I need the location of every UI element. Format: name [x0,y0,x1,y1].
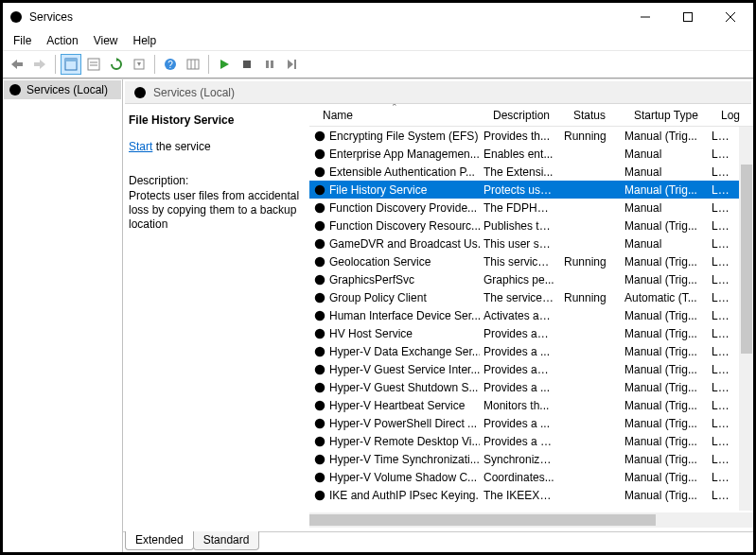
service-row[interactable]: Enterprise App Managemen...Enables ent..… [309,145,753,163]
titlebar: Services [3,3,753,31]
service-description: Provides a ... [480,417,560,430]
service-row[interactable]: GraphicsPerfSvcGraphics pe...Manual (Tri… [309,270,753,288]
gear-icon [313,273,326,286]
service-name: GraphicsPerfSvc [329,273,414,286]
service-startup-type: Manual [621,237,708,251]
export-list-button[interactable] [129,54,149,75]
service-startup-type: Automatic (T... [621,291,708,304]
tab-extended[interactable]: Extended [125,531,194,550]
service-description: Provides a ... [480,345,560,358]
svg-rect-3 [683,13,692,22]
service-log-on-as: Loca [708,363,736,376]
services-list[interactable]: ⌃Name Description Status Startup Type Lo… [309,104,753,531]
service-startup-type: Manual (Trig... [621,130,708,143]
tab-standard[interactable]: Standard [193,531,260,550]
service-name: Enterprise App Managemen... [329,147,480,161]
service-row[interactable]: Hyper-V Volume Shadow C...Coordinates...… [309,468,753,486]
service-description: Coordinates... [480,471,560,484]
back-button[interactable] [7,54,27,75]
svg-marker-17 [137,62,141,66]
service-startup-type: Manual (Trig... [621,363,708,376]
list-header[interactable]: ⌃Name Description Status Startup Type Lo… [309,104,753,127]
service-startup-type: Manual (Trig... [621,183,708,197]
service-name: Hyper-V PowerShell Direct ... [329,417,477,430]
menubar: File Action View Help [3,31,753,50]
close-button[interactable] [709,3,751,31]
selected-service-name: File History Service [129,113,302,127]
service-row[interactable]: GameDVR and Broadcast Us...This user ser… [309,234,753,252]
service-log-on-as: Loca [708,453,736,466]
service-row[interactable]: Hyper-V Guest Shutdown S...Provides a ..… [309,378,753,396]
service-name: Group Policy Client [329,291,427,304]
service-log-on-as: Loca [708,201,736,215]
gear-icon [313,345,326,358]
console-tree[interactable]: Services (Local) [3,79,123,552]
service-row[interactable]: Hyper-V PowerShell Direct ...Provides a … [309,414,753,432]
column-name[interactable]: ⌃Name [309,104,480,126]
help-button[interactable]: ? [160,54,181,75]
service-row[interactable]: Hyper-V Time Synchronizati...Synchronize… [309,450,753,468]
service-row[interactable]: HV Host ServiceProvides an ...Manual (Tr… [309,324,753,342]
horizontal-scrollbar[interactable] [309,512,753,528]
service-startup-type: Manual (Trig... [621,435,708,448]
sort-asc-icon: ⌃ [391,104,398,112]
service-name: File History Service [329,183,427,197]
column-startup-type[interactable]: Startup Type [621,104,708,126]
service-description: Enables ent... [480,147,560,161]
gear-icon [313,130,326,143]
column-description[interactable]: Description [480,104,560,126]
service-description: Monitors th... [480,399,560,412]
maximize-button[interactable] [666,3,709,31]
service-row[interactable]: Hyper-V Guest Service Inter...Provides a… [309,360,753,378]
refresh-button[interactable] [106,54,127,75]
service-row[interactable]: Group Policy ClientThe service i...Runni… [309,288,753,306]
restart-service-button[interactable] [282,54,303,75]
service-row[interactable]: Extensible Authentication P...The Extens… [309,163,753,181]
menu-action[interactable]: Action [39,32,85,49]
service-row[interactable]: Hyper-V Data Exchange Ser...Provides a .… [309,342,753,360]
service-row[interactable]: File History ServiceProtects use...Manua… [309,181,753,199]
stop-service-button[interactable] [237,54,257,75]
service-row[interactable]: Hyper-V Remote Desktop Vi...Provides a p… [309,432,753,450]
column-log-on-as[interactable]: Log [708,104,736,126]
pause-service-button[interactable] [259,54,280,75]
svg-rect-9 [34,62,40,66]
gear-icon [8,82,23,97]
service-log-on-as: Loca [708,130,736,143]
menu-view[interactable]: View [86,32,126,49]
service-description: Publishes th... [480,219,560,233]
tree-item-services-local[interactable]: Services (Local) [4,80,121,99]
service-description: Provides an ... [480,363,560,376]
menu-help[interactable]: Help [126,32,165,49]
service-row[interactable]: Human Interface Device Ser...Activates a… [309,306,753,324]
service-row[interactable]: Hyper-V Heartbeat ServiceMonitors th...M… [309,396,753,414]
service-description: Provides a ... [480,381,560,394]
minimize-button[interactable] [624,3,666,31]
service-description: The Extensi... [480,165,560,179]
scrollbar-thumb[interactable] [309,514,656,526]
pane-header: Services (Local) [125,81,751,104]
service-name: Hyper-V Data Exchange Ser... [329,345,480,358]
properties-icon[interactable] [83,54,104,75]
column-status[interactable]: Status [560,104,621,126]
gear-icon [313,327,326,340]
service-row[interactable]: IKE and AuthIP IPsec Keying...The IKEEXT… [309,486,753,504]
show-hide-tree-button[interactable] [61,54,81,75]
service-row[interactable]: Encrypting File System (EFS)Provides th.… [309,127,753,145]
vertical-scrollbar[interactable] [739,127,753,511]
menu-file[interactable]: File [6,32,39,49]
start-service-button[interactable] [214,54,235,75]
service-row[interactable]: Geolocation ServiceThis service ...Runni… [309,252,753,270]
start-service-link[interactable]: Start [129,140,152,153]
service-name: Encrypting File System (EFS) [329,130,478,143]
gear-icon [132,85,148,100]
service-startup-type: Manual (Trig... [621,399,708,412]
service-row[interactable]: Function Discovery Resourc...Publishes t… [309,217,753,234]
forward-button[interactable] [29,54,50,75]
service-name: HV Host Service [329,327,413,340]
svg-rect-26 [271,61,273,68]
scrollbar-thumb[interactable] [741,165,752,354]
service-row[interactable]: Function Discovery Provide...The FDPHO..… [309,199,753,217]
columns-icon[interactable] [183,54,203,75]
svg-text:?: ? [167,60,173,70]
